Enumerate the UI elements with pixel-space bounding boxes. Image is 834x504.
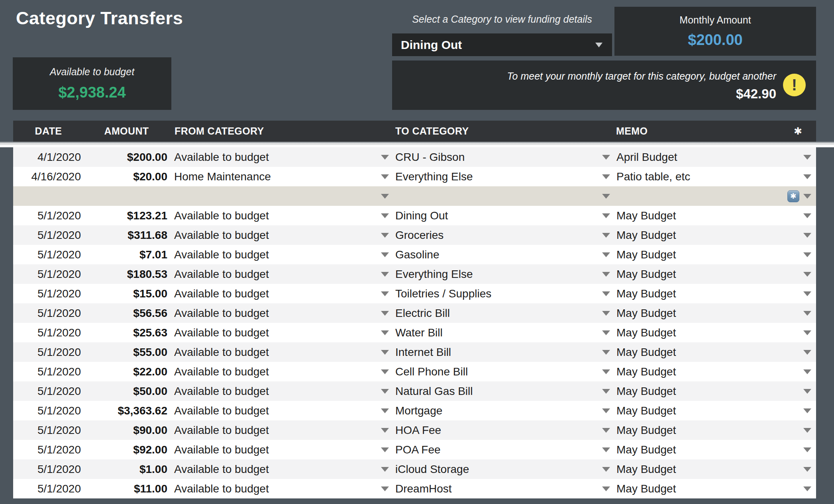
from-category-cell[interactable]: Available to budget (169, 479, 391, 498)
amount-cell[interactable]: $311.68 (84, 225, 169, 245)
memo-cell[interactable]: May Budget (612, 479, 816, 498)
table-row[interactable]: 5/1/2020$1.00Available to budgetiCloud S… (13, 459, 816, 479)
from-category-cell[interactable]: Available to budget (169, 206, 391, 225)
table-row[interactable]: ✱ (13, 186, 816, 206)
amount-cell[interactable]: $56.56 (84, 303, 169, 323)
dropdown-caret-icon[interactable] (803, 447, 811, 452)
dropdown-caret-icon[interactable] (602, 486, 610, 491)
from-category-cell[interactable]: Available to budget (169, 440, 391, 459)
amount-cell[interactable]: $20.00 (84, 167, 169, 186)
amount-cell[interactable]: $92.00 (84, 440, 169, 459)
dropdown-caret-icon[interactable] (381, 174, 389, 179)
to-category-cell[interactable]: POA Fee (391, 440, 612, 459)
dropdown-caret-icon[interactable] (381, 330, 389, 335)
to-category-cell[interactable]: Mortgage (391, 401, 612, 420)
dropdown-caret-icon[interactable] (602, 174, 610, 179)
amount-cell[interactable]: $11.00 (84, 479, 169, 498)
chevron-down-icon[interactable] (595, 43, 602, 47)
date-cell[interactable]: 5/1/2020 (13, 401, 84, 420)
amount-cell[interactable]: $3,363.62 (84, 401, 169, 420)
dropdown-caret-icon[interactable] (602, 155, 610, 160)
dropdown-caret-icon[interactable] (803, 311, 811, 316)
dropdown-caret-icon[interactable] (602, 291, 610, 296)
dropdown-caret-icon[interactable] (602, 350, 610, 355)
table-row[interactable]: 5/1/2020$7.01Available to budgetGasoline… (13, 245, 816, 264)
dropdown-caret-icon[interactable] (602, 311, 610, 316)
dropdown-caret-icon[interactable] (602, 447, 610, 452)
dropdown-caret-icon[interactable] (602, 369, 610, 374)
from-category-cell[interactable]: Available to budget (169, 264, 391, 284)
table-row[interactable]: 5/1/2020$56.56Available to budgetElectri… (13, 303, 816, 323)
memo-cell[interactable]: May Budget (612, 225, 816, 245)
to-category-cell[interactable]: CRU - Gibson (391, 147, 612, 167)
table-row[interactable]: 5/1/2020$3,363.62Available to budgetMort… (13, 401, 816, 420)
to-category-cell[interactable]: Natural Gas Bill (391, 381, 612, 401)
table-row[interactable]: 5/1/2020$123.21Available to budgetDining… (13, 206, 816, 225)
amount-cell[interactable]: $25.63 (84, 323, 169, 342)
dropdown-caret-icon[interactable] (381, 369, 389, 374)
dropdown-caret-icon[interactable] (602, 389, 610, 394)
dropdown-caret-icon[interactable] (803, 194, 811, 199)
memo-cell[interactable]: May Budget (612, 264, 816, 284)
dropdown-caret-icon[interactable] (381, 194, 389, 199)
dropdown-caret-icon[interactable] (381, 272, 389, 277)
memo-cell[interactable]: May Budget (612, 401, 816, 420)
dropdown-caret-icon[interactable] (803, 486, 811, 491)
table-row[interactable]: 5/1/2020$55.00Available to budgetInterne… (13, 342, 816, 362)
memo-cell[interactable]: Patio table, etc (612, 167, 816, 186)
dropdown-caret-icon[interactable] (803, 330, 811, 335)
from-category-cell[interactable]: Available to budget (169, 401, 391, 420)
dropdown-caret-icon[interactable] (381, 213, 389, 218)
dropdown-caret-icon[interactable] (803, 350, 811, 355)
to-category-cell[interactable]: iCloud Storage (391, 459, 612, 479)
to-category-cell[interactable]: Everything Else (391, 264, 612, 284)
date-cell[interactable]: 5/1/2020 (13, 420, 84, 440)
from-category-cell[interactable]: Available to budget (169, 147, 391, 167)
to-category-cell[interactable]: Groceries (391, 225, 612, 245)
table-row[interactable]: 5/1/2020$311.68Available to budgetGrocer… (13, 225, 816, 245)
amount-cell[interactable]: $15.00 (84, 284, 169, 303)
date-cell[interactable]: 5/1/2020 (13, 381, 84, 401)
memo-cell[interactable]: May Budget (612, 284, 816, 303)
date-cell[interactable]: 5/1/2020 (13, 323, 84, 342)
from-category-cell[interactable]: Available to budget (169, 245, 391, 264)
date-cell[interactable] (13, 186, 84, 206)
amount-cell[interactable]: $1.00 (84, 459, 169, 479)
to-category-cell[interactable]: Water Bill (391, 323, 612, 342)
table-row[interactable]: 5/1/2020$22.00Available to budgetCell Ph… (13, 362, 816, 381)
dropdown-caret-icon[interactable] (803, 272, 811, 277)
dropdown-caret-icon[interactable] (803, 291, 811, 296)
memo-cell[interactable]: May Budget (612, 381, 816, 401)
date-cell[interactable]: 5/1/2020 (13, 459, 84, 479)
dropdown-caret-icon[interactable] (381, 252, 389, 257)
from-category-cell[interactable]: Available to budget (169, 303, 391, 323)
from-category-cell[interactable]: Available to budget (169, 323, 391, 342)
date-cell[interactable]: 5/1/2020 (13, 225, 84, 245)
memo-cell[interactable]: May Budget (612, 323, 816, 342)
from-category-cell[interactable] (169, 186, 391, 206)
amount-cell[interactable]: $50.00 (84, 381, 169, 401)
date-cell[interactable]: 5/1/2020 (13, 440, 84, 459)
dropdown-caret-icon[interactable] (602, 408, 610, 413)
dropdown-caret-icon[interactable] (803, 467, 811, 472)
dropdown-caret-icon[interactable] (602, 194, 610, 199)
dropdown-caret-icon[interactable] (803, 213, 811, 218)
memo-cell[interactable]: May Budget (612, 440, 816, 459)
amount-cell[interactable]: $22.00 (84, 362, 169, 381)
dropdown-caret-icon[interactable] (803, 408, 811, 413)
memo-cell[interactable]: May Budget (612, 206, 816, 225)
amount-cell[interactable] (84, 186, 169, 206)
table-row[interactable]: 5/1/2020$90.00Available to budgetHOA Fee… (13, 420, 816, 440)
date-cell[interactable]: 4/1/2020 (13, 147, 84, 167)
amount-cell[interactable]: $123.21 (84, 206, 169, 225)
memo-cell[interactable]: May Budget (612, 303, 816, 323)
dropdown-caret-icon[interactable] (602, 467, 610, 472)
memo-cell[interactable]: ✱ (612, 186, 816, 206)
to-category-cell[interactable]: Toiletries / Supplies (391, 284, 612, 303)
to-category-cell[interactable]: DreamHost (391, 479, 612, 498)
date-cell[interactable]: 5/1/2020 (13, 342, 84, 362)
memo-cell[interactable]: May Budget (612, 362, 816, 381)
to-category-cell[interactable]: Internet Bill (391, 342, 612, 362)
dropdown-caret-icon[interactable] (381, 155, 389, 160)
from-category-cell[interactable]: Available to budget (169, 342, 391, 362)
